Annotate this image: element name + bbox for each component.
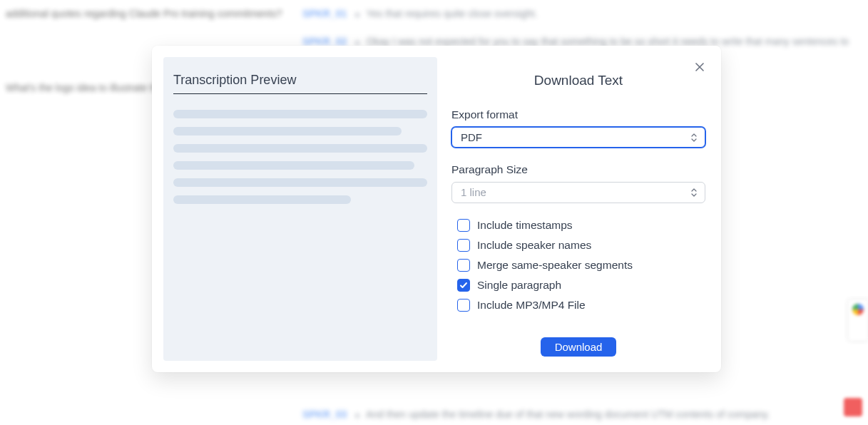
option-row[interactable]: Include MP3/MP4 File bbox=[457, 299, 705, 312]
paragraph-size-select[interactable]: 1 line bbox=[451, 182, 705, 203]
option-label: Include MP3/MP4 File bbox=[477, 299, 586, 312]
checkbox[interactable] bbox=[457, 259, 470, 272]
transcription-preview-pane: Transcription Preview bbox=[163, 57, 437, 361]
option-label: Single paragraph bbox=[477, 279, 561, 292]
option-row[interactable]: Merge same-speaker segments bbox=[457, 259, 705, 272]
download-button[interactable]: Download bbox=[541, 337, 617, 357]
preview-skeleton-line bbox=[173, 161, 414, 170]
preview-title: Transcription Preview bbox=[173, 70, 427, 94]
check-icon bbox=[459, 281, 468, 290]
checkbox[interactable] bbox=[457, 239, 470, 252]
preview-skeleton-line bbox=[173, 127, 402, 135]
preview-skeleton-line bbox=[173, 178, 427, 187]
preview-skeleton-line bbox=[173, 110, 427, 118]
option-label: Merge same-speaker segments bbox=[477, 259, 633, 272]
checkbox[interactable] bbox=[457, 299, 470, 312]
paragraph-size-label: Paragraph Size bbox=[451, 163, 705, 176]
option-row[interactable]: Single paragraph bbox=[457, 279, 705, 292]
option-label: Include timestamps bbox=[477, 219, 573, 232]
recaptcha-badge bbox=[848, 299, 868, 341]
chevron-up-down-icon bbox=[690, 188, 698, 197]
preview-skeleton-line bbox=[173, 144, 427, 153]
option-row[interactable]: Include speaker names bbox=[457, 239, 705, 252]
chevron-up-down-icon bbox=[690, 133, 698, 142]
export-format-select[interactable]: PDF bbox=[451, 127, 705, 148]
preview-skeleton-line bbox=[173, 195, 351, 204]
floating-action bbox=[844, 398, 862, 416]
option-row[interactable]: Include timestamps bbox=[457, 219, 705, 232]
modal-title: Download Text bbox=[451, 73, 705, 88]
close-button[interactable] bbox=[691, 58, 708, 76]
checkbox[interactable] bbox=[457, 219, 470, 232]
download-options-pane: Download Text Export format PDF Paragrap… bbox=[450, 57, 710, 361]
close-icon bbox=[695, 62, 705, 72]
export-format-label: Export format bbox=[451, 108, 705, 121]
export-format-value: PDF bbox=[461, 131, 482, 143]
paragraph-size-value: 1 line bbox=[461, 186, 486, 198]
option-label: Include speaker names bbox=[477, 239, 591, 252]
checkbox[interactable] bbox=[457, 279, 470, 292]
download-text-modal: Transcription Preview Download Text Expo… bbox=[152, 46, 721, 372]
